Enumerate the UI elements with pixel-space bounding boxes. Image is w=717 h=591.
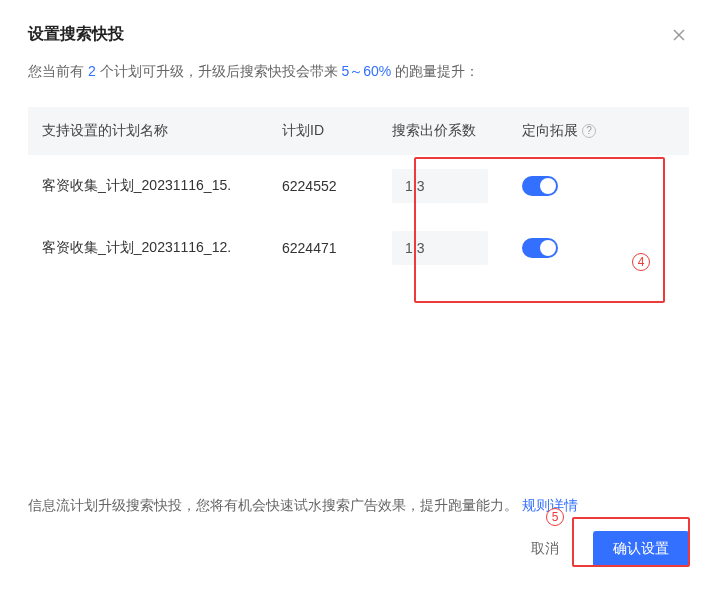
close-icon[interactable] — [669, 25, 689, 45]
confirm-button[interactable]: 确认设置 — [593, 531, 689, 567]
table-header-row: 支持设置的计划名称 计划ID 搜索出价系数 定向拓展 ? — [28, 107, 689, 155]
table-row: 客资收集_计划_20231116_12. 6224471 1.3 — [28, 217, 689, 279]
coef-input[interactable]: 1.3 — [392, 169, 488, 203]
col-header-ext: 定向拓展 ? — [522, 122, 662, 140]
footer-note-text: 信息流计划升级搜索快投，您将有机会快速试水搜索广告效果，提升跑量能力。 — [28, 497, 518, 513]
table-row: 客资收集_计划_20231116_15. 6224552 1.3 — [28, 155, 689, 217]
help-icon[interactable]: ? — [582, 124, 596, 138]
ext-toggle[interactable] — [522, 238, 558, 258]
col-header-ext-label: 定向拓展 — [522, 122, 578, 140]
rules-link[interactable]: 规则详情 — [522, 497, 578, 513]
cell-id: 6224552 — [282, 178, 392, 194]
cell-id: 6224471 — [282, 240, 392, 256]
subtitle-text: 个计划可升级，升级后搜索快投会带来 — [96, 63, 342, 79]
subtitle-text: 您当前有 — [28, 63, 88, 79]
modal-subtitle: 您当前有 2 个计划可升级，升级后搜索快投会带来 5～60% 的跑量提升： — [28, 63, 689, 81]
coef-input[interactable]: 1.3 — [392, 231, 488, 265]
plan-table: 支持设置的计划名称 计划ID 搜索出价系数 定向拓展 ? 客资收集_计划_202… — [28, 107, 689, 497]
cell-name: 客资收集_计划_20231116_15. — [42, 177, 282, 195]
ext-toggle[interactable] — [522, 176, 558, 196]
cell-name: 客资收集_计划_20231116_12. — [42, 239, 282, 257]
modal-title: 设置搜索快投 — [28, 24, 124, 45]
subtitle-count: 2 — [88, 63, 96, 79]
col-header-name: 支持设置的计划名称 — [42, 122, 282, 140]
col-header-id: 计划ID — [282, 122, 392, 140]
footer-note: 信息流计划升级搜索快投，您将有机会快速试水搜索广告效果，提升跑量能力。 规则详情 — [28, 497, 689, 515]
subtitle-range: 5～60% — [341, 63, 391, 79]
col-header-coef: 搜索出价系数 — [392, 122, 522, 140]
subtitle-text: 的跑量提升： — [391, 63, 479, 79]
cancel-button[interactable]: 取消 — [511, 531, 579, 567]
footer-buttons: 取消 确认设置 — [28, 531, 689, 567]
